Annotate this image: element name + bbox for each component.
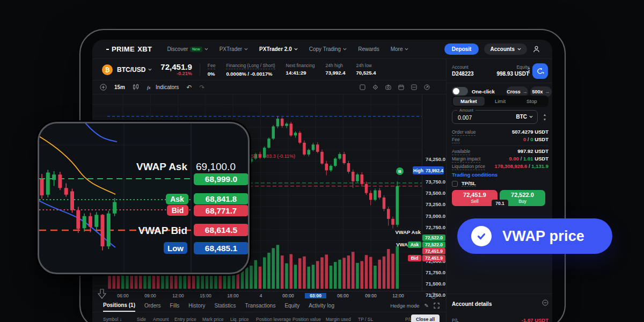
nav-item-copy-trading[interactable]: Copy Trading xyxy=(309,46,347,52)
tab-positions[interactable]: Positions (1) xyxy=(103,299,135,312)
kebab-menu-icon[interactable]: ••• xyxy=(528,68,530,74)
high-price-badge: High73,992.4 xyxy=(413,166,444,174)
divider xyxy=(447,83,552,83)
check-circle-icon xyxy=(471,226,492,246)
chevron-down-icon xyxy=(294,48,298,50)
transfer-funds-button[interactable] xyxy=(532,63,548,79)
nav-item-pxtrader2[interactable]: PXTrader 2.0 xyxy=(259,46,298,52)
trading-conditions-link[interactable]: Trading conditions xyxy=(452,172,497,178)
last-price-block: 72,451.9 -0.21% xyxy=(160,63,192,76)
go-to-realtime-icon[interactable] xyxy=(97,288,107,300)
amount-value[interactable]: 0.007 xyxy=(458,114,472,121)
amount-stepper[interactable]: ▲▼ xyxy=(541,110,548,124)
fx-icon: fx xyxy=(147,84,153,91)
sell-button[interactable]: 72,451.9 Sell xyxy=(452,190,497,206)
calendar-icon[interactable] xyxy=(398,84,404,90)
step-up-icon[interactable]: ▲ xyxy=(543,112,546,117)
symbol-bar: ₿ BTC/USD 72,451.9 -0.21% Fee 0% Financi… xyxy=(92,59,446,80)
tab-statistics[interactable]: Statistics xyxy=(214,299,236,312)
amount-asset-select[interactable]: BTC xyxy=(516,114,533,120)
nav-item-rewards[interactable]: Rewards xyxy=(358,46,379,52)
col-position-leverage: Position leverage xyxy=(256,317,292,322)
tab-orders[interactable]: Orders xyxy=(144,299,161,312)
price-tick: 71,750.0 xyxy=(426,269,445,275)
more-options-icon[interactable] xyxy=(411,84,417,90)
vwap-ask-line-label: VWAP Ask xyxy=(381,229,421,235)
accounts-button[interactable]: Accounts xyxy=(484,43,527,55)
tab-limit[interactable]: Limit xyxy=(485,97,516,106)
redo-icon[interactable]: ↷ xyxy=(199,84,204,91)
user-icon[interactable] xyxy=(532,45,540,53)
ma-blue-upper-line xyxy=(84,123,117,142)
price-change: -0.21% xyxy=(160,71,192,76)
inset-vwap-ask-label: VWAP Ask xyxy=(80,161,187,173)
positions-table-header: Symbol ↓ Side Amount Entry price Mark pr… xyxy=(92,312,446,322)
svg-text:B: B xyxy=(398,169,401,174)
tab-fills[interactable]: Fills xyxy=(170,299,180,312)
collapse-section-icon[interactable] xyxy=(542,299,548,306)
new-badge: New xyxy=(190,47,202,52)
chart-style-icon[interactable] xyxy=(133,84,139,91)
expand-panel-icon[interactable] xyxy=(434,303,440,309)
timezone-icon[interactable] xyxy=(430,292,437,299)
symbol-stats: Fee 0% Financing (Long / Short) 0.0008% … xyxy=(208,63,376,77)
fullscreen-icon[interactable] xyxy=(424,84,430,90)
chevron-down-icon xyxy=(244,48,248,50)
symbol-select[interactable]: BTC/USD xyxy=(117,66,152,74)
add-icon[interactable] xyxy=(100,84,107,91)
price-axis[interactable]: 74,250.0 73,750.0 73,500.0 73,250.0 73,0… xyxy=(422,94,446,291)
tpsl-checkbox[interactable] xyxy=(452,181,458,187)
chevron-down-icon xyxy=(204,48,208,50)
amount-field[interactable]: Amount 0.007 BTC xyxy=(452,110,538,124)
inset-ask-value-badge: 68,841.8 xyxy=(194,193,248,204)
price-tick: 73,750.0 xyxy=(426,179,445,185)
step-down-icon[interactable]: ▼ xyxy=(543,117,546,122)
price-tick: 73,250.0 xyxy=(426,201,445,207)
nav-item-more[interactable]: More xyxy=(391,46,409,52)
time-tick: 18:00 xyxy=(222,293,244,298)
nav-item-discover[interactable]: Discover New xyxy=(167,46,208,52)
tab-activity-log[interactable]: Activity log xyxy=(309,299,334,312)
stat-fee: Fee 0% xyxy=(208,63,216,77)
deposit-button[interactable]: Deposit xyxy=(444,43,479,55)
time-tick: 00:00 xyxy=(277,293,299,298)
liquidation-price-row: Liquidation price 178,308,928.6 / 1,131.… xyxy=(452,163,548,170)
edit-pencil-icon[interactable]: ✎ xyxy=(425,303,429,309)
one-click-toggle[interactable] xyxy=(452,87,468,96)
tab-history[interactable]: History xyxy=(188,299,205,312)
account-id: D248223 xyxy=(452,71,474,77)
stat-24h-low: 24h low 70,525.4 xyxy=(356,63,376,77)
top-nav: PRIMEXBT Discover New PXTrader PXTrader … xyxy=(92,40,552,59)
available-row: Available 997.92 USDT xyxy=(452,148,548,155)
settings-gear-icon[interactable] xyxy=(372,84,378,90)
tab-market[interactable]: Market xyxy=(453,97,485,106)
order-type-tabs: Market Limit Stop xyxy=(452,96,548,107)
undo-icon[interactable]: ↶ xyxy=(186,84,192,91)
layout-icon[interactable] xyxy=(360,84,365,90)
time-tick: 06:00 xyxy=(332,293,354,298)
col-symbol[interactable]: Symbol ↓ xyxy=(103,317,137,322)
pl-row: P/L -1.07 USDT xyxy=(452,317,548,322)
time-tick: 12:00 xyxy=(167,293,189,298)
nav-item-pxtrader[interactable]: PXTrader xyxy=(219,46,248,52)
price-tick: 71,500.0 xyxy=(426,281,445,287)
camera-icon[interactable] xyxy=(385,84,391,90)
timeframe-select[interactable]: 15m xyxy=(114,84,125,90)
close-all-button[interactable]: Close all xyxy=(411,314,440,322)
tab-transactions[interactable]: Transactions xyxy=(245,299,276,312)
bid-price-badge: 72,451.9 xyxy=(422,255,445,261)
tab-stop[interactable]: Stop xyxy=(516,97,547,106)
vwap-price-pill: VWAP price xyxy=(457,218,612,254)
time-axis[interactable]: 06:00 09:00 12:00 15:00 18:00 4 00:00 03… xyxy=(92,291,446,299)
chevron-down-icon xyxy=(405,48,408,50)
nav-menu: Discover New PXTrader PXTrader 2.0 Copy … xyxy=(167,46,408,52)
hedge-mode-label[interactable]: Hedge mode xyxy=(390,303,419,309)
col-entry-price: Entry price xyxy=(174,317,202,322)
chart-toolbar: 15m fx Indicators ↶ ↷ xyxy=(92,80,446,94)
tab-equity[interactable]: Equity xyxy=(284,299,299,312)
divider xyxy=(452,145,548,146)
indicators-button[interactable]: fx Indicators xyxy=(147,84,179,91)
col-margin-used: Margin used xyxy=(326,317,358,322)
price-tick: 72,750.0 xyxy=(426,224,445,230)
svg-text:fx: fx xyxy=(147,85,151,90)
